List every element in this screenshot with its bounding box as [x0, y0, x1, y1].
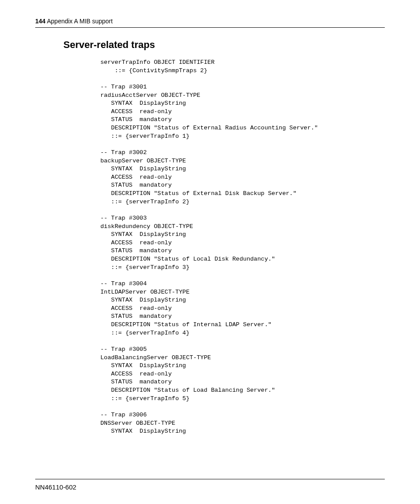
page-number: 144	[35, 18, 45, 25]
section-heading: Server-related traps	[63, 39, 385, 51]
footer-rule	[35, 479, 385, 479]
page-header: 144 Appendix A MIB support	[35, 18, 385, 28]
section-title: Appendix A MIB support	[47, 18, 112, 25]
footer-docnum: NN46110-602	[35, 483, 76, 491]
code-block: serverTrapInfo OBJECT IDENTIFIER ::= {Co…	[100, 59, 385, 436]
page: 144 Appendix A MIB support Server-relate…	[0, 0, 420, 504]
